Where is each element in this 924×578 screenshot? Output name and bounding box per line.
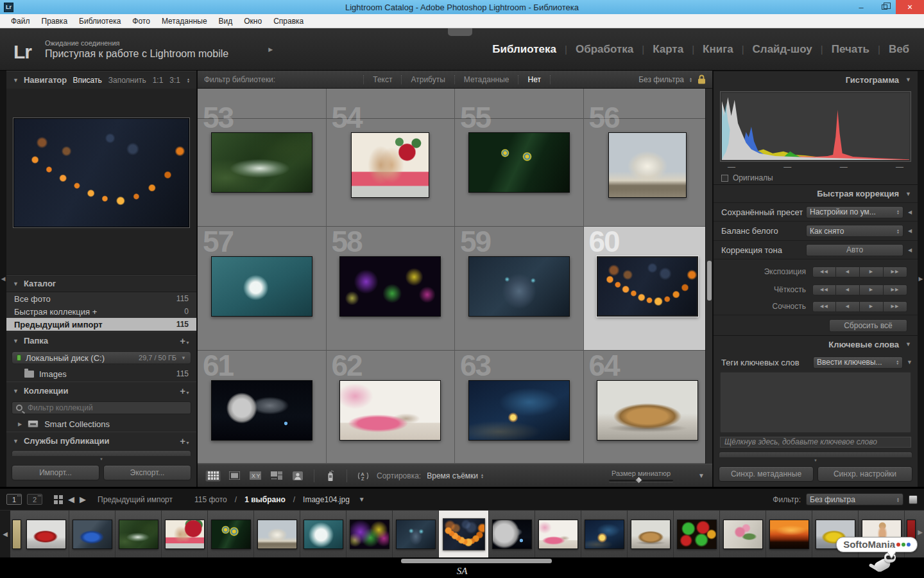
primary-monitor-button[interactable]: 1 — [6, 494, 22, 505]
grid-cell-60[interactable]: 60 — [584, 227, 713, 351]
filter-preset-value[interactable]: Без фильтра — [638, 75, 684, 84]
navigator-zoom-option[interactable]: Вписать — [73, 76, 101, 85]
step-back-fast-button[interactable]: ◀◀ — [812, 285, 836, 295]
step-forward-button[interactable]: ▶ — [860, 285, 884, 295]
module-tab-4[interactable]: Книга — [694, 43, 742, 56]
preset-expand-icon[interactable]: ◀ — [907, 209, 912, 215]
grid-cell-64[interactable]: 64 — [584, 351, 713, 464]
grid-cell-61[interactable]: 61 — [198, 351, 327, 464]
catalog-item[interactable]: Все фото115 — [6, 292, 196, 305]
quick-develop-header[interactable]: Быстрая коррекция ▼ — [714, 184, 918, 202]
navigator-header[interactable]: ▼ Навигатор ВписатьЗаполнить1:13:1▲▼ — [6, 71, 196, 89]
white-balance-dropdown[interactable]: Как снято ▲▼ — [806, 225, 903, 237]
collections-filter-box[interactable] — [12, 401, 191, 414]
filename-caret-icon[interactable]: ▼ — [359, 496, 365, 503]
filmstrip-thumb[interactable] — [489, 511, 535, 557]
status-expand-icon[interactable]: ▶ — [268, 46, 273, 53]
left-panel-resize-handle[interactable]: ▼ — [6, 456, 196, 462]
import-button[interactable]: Импорт... — [12, 465, 99, 480]
filmstrip-thumb[interactable] — [208, 511, 254, 557]
menu-item-7[interactable]: Окно — [238, 17, 268, 26]
menu-item-5[interactable]: Метаданные — [156, 17, 213, 26]
navigator-zoom-option[interactable]: 1:1 — [153, 76, 164, 85]
filter-option-метаданные[interactable]: Метаданные — [454, 75, 518, 84]
white-balance-expand-icon[interactable]: ◀ — [907, 228, 912, 234]
folder-row-images[interactable]: Images 115 — [6, 366, 196, 381]
publish-services-header[interactable]: ▼ Службы публикации +▼ — [6, 432, 196, 450]
filmstrip-scroll-left[interactable]: ◀ — [0, 511, 10, 557]
catalog-header[interactable]: ▼ Каталог — [6, 275, 196, 292]
menu-item-3[interactable]: Библиотека — [73, 17, 126, 26]
blacks-dash[interactable]: — — [728, 162, 735, 171]
catalog-item[interactable]: Быстрая коллекция +0 — [6, 305, 196, 318]
grid-cell-57[interactable]: 57 — [198, 227, 327, 351]
filter-option-атрибуты[interactable]: Атрибуты — [401, 75, 454, 84]
highlights-dash[interactable]: — — [840, 162, 848, 171]
step-back-button[interactable]: ◀ — [836, 267, 860, 277]
module-tab-1[interactable]: Библиотека — [484, 43, 565, 56]
secondary-monitor-button[interactable]: 2 — [27, 494, 42, 505]
keyword-add-field[interactable]: Щёлкнув здесь, добавьте ключевое слово — [720, 437, 911, 448]
go-forward-icon[interactable]: ▶ — [80, 495, 86, 504]
filter-lock-icon[interactable] — [697, 74, 706, 84]
close-button[interactable]: × — [896, 0, 924, 14]
filmstrip-thumb[interactable] — [674, 511, 720, 557]
grid-cell-58[interactable]: 58 — [327, 227, 456, 351]
filter-option-текст[interactable]: Текст — [363, 75, 401, 84]
restore-button[interactable] — [873, 0, 896, 14]
navigator-zoom-option[interactable]: Заполнить — [108, 76, 146, 85]
grid-cell-63[interactable]: 63 — [455, 351, 584, 464]
folders-header[interactable]: ▼ Папка +▼ — [6, 331, 196, 349]
collections-header[interactable]: ▼ Коллекции +▼ — [6, 381, 196, 399]
step-forward-fast-button[interactable]: ▶▶ — [884, 285, 907, 295]
keyword-panel-disclosure-icon[interactable]: ▼ — [907, 359, 912, 365]
filmstrip-scroll-right[interactable]: ▶ — [918, 529, 923, 536]
navigator-zoom-spinner[interactable]: ▲▼ — [187, 78, 190, 83]
step-back-button[interactable]: ◀ — [836, 285, 860, 295]
grid-scrollbar-thumb[interactable] — [707, 261, 712, 301]
volume-browser[interactable]: Локальный диск (C:) 29,7 / 50 ГБ ▼ — [12, 351, 191, 364]
left-panel-collapse-strip[interactable]: ◀ — [0, 71, 6, 487]
keywords-header[interactable]: Ключевые слова ▼ — [714, 335, 918, 353]
shadows-dash[interactable]: — — [783, 162, 791, 171]
filmstrip-thumb[interactable] — [23, 511, 69, 557]
grid-scrollbar[interactable] — [705, 89, 712, 464]
filmstrip-thumb[interactable] — [439, 511, 489, 557]
sort-direction-button[interactable]: AZ — [355, 470, 371, 482]
grid-cell-55[interactable]: 55 — [455, 103, 584, 227]
sort-value[interactable]: Время съёмки ▲▼ — [427, 471, 484, 480]
filmstrip-thumb[interactable] — [393, 511, 439, 557]
filmstrip-thumb[interactable] — [346, 511, 393, 557]
grid-view-button[interactable] — [205, 470, 221, 482]
filmstrip-thumb[interactable] — [628, 511, 674, 557]
grid-cell-56[interactable]: 56 — [584, 103, 713, 227]
filmstrip-thumb[interactable] — [766, 511, 812, 557]
loupe-view-button[interactable] — [227, 470, 242, 482]
histogram-canvas[interactable] — [722, 93, 909, 160]
step-forward-button[interactable]: ▶ — [860, 301, 884, 312]
toolbar-options-caret[interactable]: ▼ — [698, 472, 705, 479]
grid-cell-53[interactable]: 53 — [198, 103, 327, 227]
smart-collections-row[interactable]: ▶ Smart Collections — [6, 416, 196, 432]
menu-item-6[interactable]: Вид — [213, 17, 239, 26]
histogram-header[interactable]: Гистограмма ▼ — [714, 71, 918, 89]
whites-dash[interactable]: — — [896, 162, 903, 171]
saved-preset-dropdown[interactable]: Настройки по ум... ▲▼ — [806, 206, 903, 218]
grid-cell-54[interactable]: 54 — [327, 103, 456, 227]
tone-expand-icon[interactable]: ◀ — [907, 247, 912, 253]
filmstrip-thumb[interactable] — [116, 511, 162, 557]
selected-filename[interactable]: Image104.jpg — [303, 495, 350, 504]
menu-item-2[interactable]: Правка — [36, 17, 74, 26]
horizontal-scrollbar-thumb[interactable] — [401, 559, 552, 563]
add-folder-button[interactable]: +▼ — [180, 335, 190, 346]
filter-toggle-switch[interactable] — [909, 495, 918, 504]
painter-spray-button[interactable] — [323, 470, 338, 482]
navigator-zoom-option[interactable]: 3:1 — [169, 76, 180, 85]
menu-item-4[interactable]: Фото — [126, 17, 156, 26]
module-tab-2[interactable]: Обработка — [567, 43, 642, 56]
people-view-button[interactable] — [290, 470, 305, 482]
keyword-entry-area[interactable] — [720, 372, 911, 433]
filmstrip-thumb[interactable] — [720, 511, 766, 557]
filter-option-нет[interactable]: Нет — [518, 75, 550, 84]
filmstrip-source-label[interactable]: Предыдущий импорт — [98, 495, 173, 504]
